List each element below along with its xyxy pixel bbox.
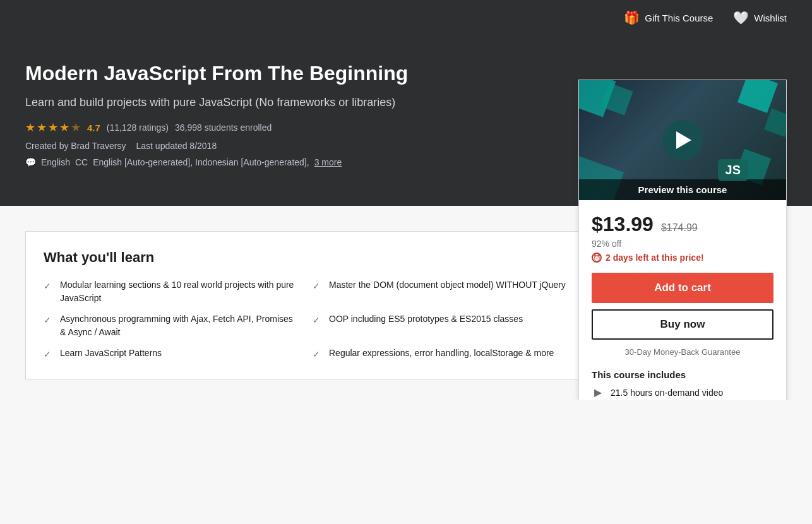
hero-content: Modern JavaScript From The Beginning Lea… xyxy=(25,61,556,167)
learn-item-2-text: Master the DOM (document object model) W… xyxy=(329,278,566,292)
buy-now-button[interactable]: Buy now xyxy=(592,309,773,340)
learn-item-3-text: Asynchronous programming with Ajax, Fetc… xyxy=(60,313,297,339)
urgency-text: 2 days left at this price! xyxy=(606,253,704,263)
top-bar: 🎁 Gift This Course 🤍 Wishlist xyxy=(0,0,812,35)
urgency-icon: ⏰ xyxy=(592,253,602,263)
course-subtitle: Learn and build projects with pure JavaS… xyxy=(25,95,556,110)
include-video: 21.5 hours on-demand video xyxy=(611,388,723,398)
speech-icon: 💬 xyxy=(25,157,36,167)
play-button[interactable] xyxy=(662,120,703,160)
learn-grid: ✓ Modular learning sections & 10 real wo… xyxy=(44,278,566,361)
star-2: ★ xyxy=(37,121,47,134)
urgency-row: ⏰ 2 days left at this price! xyxy=(592,253,773,263)
price-current: $13.99 xyxy=(592,213,654,236)
card-body: $13.99 $174.99 92% off ⏰ 2 days left at … xyxy=(579,200,786,400)
learn-item-6-text: Regular expressions, error handling, loc… xyxy=(329,347,554,360)
check-icon-1: ✓ xyxy=(44,280,54,293)
lang-row: 💬 English CC English [Auto-generated], I… xyxy=(25,157,556,167)
star-5: ★ xyxy=(71,121,81,134)
gift-label: Gift This Course xyxy=(645,13,713,23)
learn-item: ✓ Regular expressions, error handling, l… xyxy=(313,347,566,361)
check-icon-6: ✓ xyxy=(313,348,323,361)
rating-row: ★ ★ ★ ★ ★ 4.7 (11,128 ratings) 36,998 st… xyxy=(25,121,556,134)
wishlist-label: Wishlist xyxy=(754,13,787,23)
learn-item: ✓ Master the DOM (document object model)… xyxy=(313,278,566,305)
price-original: $174.99 xyxy=(661,222,698,234)
learn-item: ✓ Learn JavaScript Patterns xyxy=(44,347,297,361)
star-1: ★ xyxy=(25,121,35,134)
includes-list: ▶ 21.5 hours on-demand video 📄 111 downl… xyxy=(592,386,773,400)
list-item: ▶ 21.5 hours on-demand video xyxy=(592,386,773,398)
gift-course-button[interactable]: 🎁 Gift This Course xyxy=(624,10,713,25)
created-by: Created by Brad Traversy xyxy=(25,141,126,151)
add-to-cart-button[interactable]: Add to cart xyxy=(592,273,773,303)
preview-label: Preview this course xyxy=(579,179,786,200)
meta-row: Created by Brad Traversy Last updated 8/… xyxy=(25,141,556,151)
cc-icon: CC xyxy=(75,157,88,167)
discount-pct: 92% off xyxy=(592,239,773,249)
includes-title: This course includes xyxy=(592,369,773,380)
rating-number: 4.7 xyxy=(87,122,100,133)
learn-box: What you'll learn ✓ Modular learning sec… xyxy=(25,231,585,379)
learn-item-1-text: Modular learning sections & 10 real worl… xyxy=(60,278,297,305)
video-icon: ▶ xyxy=(592,386,604,398)
course-card: JS Preview this course $13.99 $174.99 92… xyxy=(578,80,787,400)
course-title: Modern JavaScript From The Beginning xyxy=(25,61,556,86)
enrolled-count: 36,998 students enrolled xyxy=(175,122,272,133)
last-updated: Last updated 8/2018 xyxy=(136,141,217,151)
learn-item: ✓ OOP including ES5 prototypes & ES2015 … xyxy=(313,313,566,339)
language: English xyxy=(41,157,70,167)
star-4: ★ xyxy=(59,121,69,134)
check-icon-5: ✓ xyxy=(44,348,54,361)
check-icon-2: ✓ xyxy=(313,280,323,293)
learn-item-4-text: OOP including ES5 prototypes & ES2015 cl… xyxy=(329,313,523,326)
star-3: ★ xyxy=(48,121,58,134)
course-preview[interactable]: JS Preview this course xyxy=(579,80,786,200)
learn-item: ✓ Asynchronous programming with Ajax, Fe… xyxy=(44,313,297,339)
star-rating: ★ ★ ★ ★ ★ xyxy=(25,121,81,134)
captions: English [Auto-generated], Indonesian [Au… xyxy=(93,157,309,167)
learn-title: What you'll learn xyxy=(44,249,566,266)
learn-item: ✓ Modular learning sections & 10 real wo… xyxy=(44,278,297,305)
heart-icon: 🤍 xyxy=(733,10,749,25)
check-icon-3: ✓ xyxy=(44,314,54,327)
price-row: $13.99 $174.99 xyxy=(592,213,773,236)
rating-count: (11,128 ratings) xyxy=(107,122,169,133)
wishlist-button[interactable]: 🤍 Wishlist xyxy=(733,10,787,25)
check-icon-4: ✓ xyxy=(313,314,323,327)
learn-item-5-text: Learn JavaScript Patterns xyxy=(60,347,162,360)
guarantee-text: 30-Day Money-Back Guarantee xyxy=(592,347,773,357)
captions-more-link[interactable]: 3 more xyxy=(314,157,342,167)
main-layout: JS Preview this course $13.99 $174.99 92… xyxy=(0,206,812,400)
js-badge: JS xyxy=(718,159,748,181)
gift-icon: 🎁 xyxy=(624,10,640,25)
play-triangle-icon xyxy=(676,131,691,149)
